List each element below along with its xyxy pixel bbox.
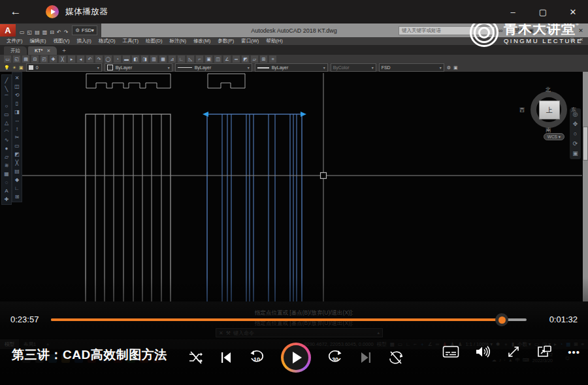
toolbar-icon-18[interactable]: ⊿	[169, 55, 176, 63]
draw-tool-icon[interactable]: ▦	[3, 170, 10, 177]
draw-tool-icon[interactable]: ●	[3, 144, 10, 152]
drawing-canvas[interactable]: ╱╲⌒○▭△◠∿●▱≋▦◌A✚ ✕◫⟲▯◨↔↕✂▭◩╳▤◆∟⊞ 北 南 西 东 …	[0, 72, 588, 301]
draw-tool-icon[interactable]: ╲	[3, 85, 10, 93]
previous-button[interactable]	[220, 351, 233, 364]
toolbar-icon-10[interactable]: ↷	[95, 55, 103, 63]
menu-item[interactable]: 窗口(W)	[241, 38, 259, 44]
toolbar-icon-17[interactable]: ▦	[159, 55, 167, 63]
toolbar-icon-6[interactable]: ╳	[59, 55, 66, 63]
undo-icon[interactable]: ↶	[56, 29, 63, 35]
layer-lock-icon[interactable]: ▣	[19, 65, 24, 70]
nav-tool-icon[interactable]: ✥	[573, 121, 578, 127]
seek-bar[interactable]	[51, 318, 527, 321]
modify-tool-icon[interactable]: ◩	[13, 150, 21, 158]
toolbar-icon-11[interactable]: ◯	[105, 55, 112, 63]
menu-item[interactable]: 帮助(H)	[266, 38, 282, 44]
menu-item[interactable]: 插入(I)	[77, 38, 91, 44]
viewcube-north[interactable]: 北	[546, 86, 551, 93]
layer-dropdown[interactable]: 0▾	[26, 63, 102, 72]
modify-tool-icon[interactable]: ╳	[13, 159, 21, 166]
draw-tool-icon[interactable]: △	[3, 119, 10, 127]
nav-tool-icon[interactable]: ▣	[572, 150, 578, 157]
saveas-icon[interactable]: ▥	[41, 29, 49, 35]
nav-tool-icon[interactable]: ⟳	[573, 140, 578, 147]
redo-icon[interactable]: ↷	[63, 29, 70, 35]
forward-30-button[interactable]: 30	[327, 350, 344, 365]
tab-drawing-kt[interactable]: KT* ✕	[28, 46, 57, 55]
minimize-button[interactable]: –	[498, 0, 528, 23]
toolbar-icon-27[interactable]: ▱	[251, 55, 258, 63]
nav-tool-icon[interactable]: ○	[574, 131, 577, 137]
toolbar-icon-9[interactable]: ↶	[86, 55, 93, 63]
color-dropdown[interactable]: ByLayer▾	[105, 63, 172, 72]
toolbar-icon-0[interactable]: ▭	[4, 55, 11, 63]
menu-item[interactable]: 绘图(D)	[146, 38, 162, 44]
play-button[interactable]	[281, 343, 311, 373]
menu-item[interactable]: 文件(F)	[7, 38, 23, 44]
toolbar-icon-16[interactable]: ▥	[150, 55, 157, 63]
draw-tool-icon[interactable]: ✚	[3, 195, 10, 203]
scrollbar-thumb[interactable]	[583, 127, 588, 161]
toolbar-icon-15[interactable]: ◨	[141, 55, 148, 63]
toolbar-icon-25[interactable]: ═	[233, 55, 240, 63]
toolbar-icon-14[interactable]: ◧	[132, 55, 139, 63]
captions-button[interactable]	[442, 345, 459, 358]
workspace-dropdown[interactable]: ⚙ FSD ▾	[72, 25, 97, 35]
close-tab-icon[interactable]: ✕	[47, 48, 51, 54]
toolbar-icon-23[interactable]: ◫	[214, 55, 221, 63]
toolbar-icon-2[interactable]: ▤	[22, 55, 29, 63]
menu-item[interactable]: 修改(M)	[193, 38, 210, 44]
draw-tool-icon[interactable]: ▭	[3, 110, 10, 118]
layer-sun-icon[interactable]: ☀	[12, 65, 16, 70]
maximize-button[interactable]: ▢	[528, 0, 558, 23]
layer-bulb-icon[interactable]: 💡	[4, 65, 10, 70]
menu-item[interactable]: 标注(N)	[170, 38, 186, 44]
new-tab-button[interactable]: ＋	[58, 46, 69, 55]
navigation-bar[interactable]: ◎✥○⟳▣	[570, 108, 581, 159]
toolbar-icon-3[interactable]: ⊟	[31, 55, 39, 63]
modify-tool-icon[interactable]: ↕	[13, 125, 21, 132]
menu-item[interactable]: 参数(P)	[218, 38, 234, 44]
modify-tool-icon[interactable]: ▭	[13, 142, 21, 149]
menu-item[interactable]: 视图(V)	[54, 38, 70, 44]
menu-item[interactable]: 格式(O)	[99, 38, 116, 44]
viewcube[interactable]: 北 南 西 东 上	[528, 89, 570, 131]
save-icon[interactable]: ▤	[33, 29, 41, 35]
menu-item[interactable]: 编辑(E)	[30, 38, 46, 44]
next-button[interactable]	[359, 351, 372, 364]
draw-tool-icon[interactable]: ⌒	[3, 93, 10, 101]
toolbar-icon-22[interactable]: ▣	[205, 55, 212, 63]
more-options-button[interactable]: •••	[568, 346, 580, 358]
autocad-logo-icon[interactable]: A	[0, 24, 16, 37]
modify-tool-icon[interactable]: ∟	[13, 184, 21, 192]
draw-tool-icon[interactable]: ○	[3, 102, 10, 110]
fullscreen-button[interactable]	[506, 345, 521, 359]
toolbar-icon-8[interactable]: ◂	[77, 55, 84, 63]
toolbar-icon-26[interactable]: ◩	[242, 55, 249, 63]
gear-icon[interactable]: ⚙	[447, 65, 451, 70]
modify-tool-icon[interactable]: ✂	[13, 133, 21, 141]
lineweight-dropdown[interactable]: ByLayer▾	[255, 63, 328, 72]
nav-tool-icon[interactable]: ◎	[573, 111, 578, 117]
toolbar-icon-21[interactable]: ⌐	[196, 55, 203, 63]
toolbar-icon-20[interactable]: ◺	[187, 55, 194, 63]
draw-tool-icon[interactable]: ◠	[3, 127, 10, 135]
repeat-off-button[interactable]	[388, 350, 404, 365]
toolbar-icon-1[interactable]: ◱	[13, 55, 20, 63]
viewcube-west[interactable]: 西	[519, 106, 525, 114]
new-icon[interactable]: ▭	[18, 29, 26, 35]
toolbar-icon-28[interactable]: ⊞	[260, 55, 267, 63]
toolbar-icon-4[interactable]: ◰	[41, 55, 48, 63]
draw-tool-icon[interactable]: A	[3, 187, 10, 194]
open-icon[interactable]: ◱	[26, 29, 34, 35]
toolbar-icon-5[interactable]: ✚	[50, 55, 57, 63]
toolbar-icon-12[interactable]: ◔	[114, 55, 121, 63]
vertical-scrollbar[interactable]	[583, 72, 588, 301]
modify-tool-icon[interactable]: ▯	[13, 99, 21, 107]
draw-tool-icon[interactable]: ∿	[3, 136, 10, 144]
modify-tool-icon[interactable]: ⊞	[13, 192, 21, 200]
viewcube-top-face[interactable]: 上	[539, 100, 560, 119]
mini-player-button[interactable]	[536, 345, 552, 359]
sheet-icon[interactable]: ▣	[453, 65, 458, 70]
toolbar-icon-24[interactable]: ∠	[223, 55, 231, 63]
